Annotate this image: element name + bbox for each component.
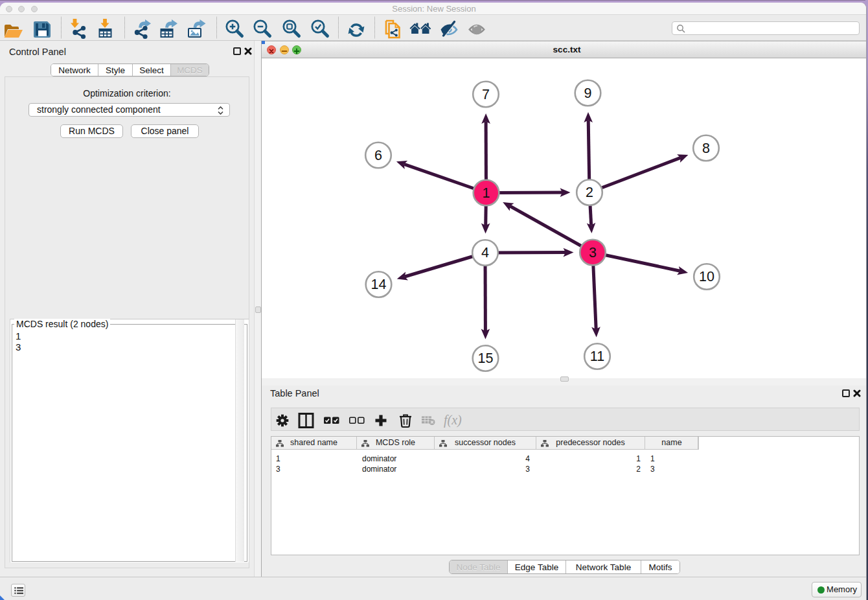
svg-text:11: 11 (590, 349, 604, 364)
svg-text:6: 6 (374, 148, 382, 163)
svg-text:2: 2 (586, 185, 593, 200)
svg-text:9: 9 (584, 86, 592, 101)
svg-text:14: 14 (371, 277, 387, 292)
svg-text:4: 4 (481, 245, 489, 260)
svg-text:1: 1 (483, 185, 490, 201)
svg-text:3: 3 (589, 245, 597, 260)
svg-text:10: 10 (699, 269, 714, 284)
svg-text:7: 7 (482, 87, 490, 102)
svg-text:8: 8 (702, 141, 710, 156)
svg-text:15: 15 (478, 351, 494, 366)
